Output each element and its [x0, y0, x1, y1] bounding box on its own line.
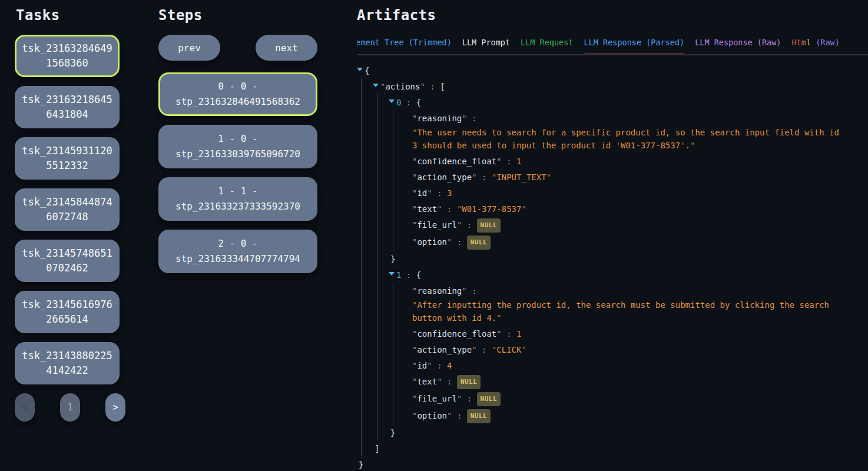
- pagination-prev-button[interactable]: <: [15, 393, 35, 422]
- json-line: }: [390, 251, 868, 267]
- json-line: "option" : NULL: [412, 234, 868, 251]
- tasks-list: tsk_231632846491568360tsk_23163218645643…: [15, 35, 125, 384]
- json-line: "reasoning" :: [412, 283, 868, 298]
- pagination-page-button[interactable]: 1: [60, 393, 80, 422]
- task-button[interactable]: tsk_231632846491568360: [15, 35, 120, 77]
- null-badge: NULL: [467, 236, 491, 250]
- tab-llm-response-raw[interactable]: LLM Response (Raw): [695, 38, 781, 54]
- json-line: 0 : {: [396, 94, 868, 110]
- artifact-tabs: Element Tree (Trimmed)LLM PromptLLM Requ…: [357, 38, 868, 55]
- pagination-next-button[interactable]: >: [105, 393, 125, 422]
- json-line: "option" : NULL: [412, 407, 868, 424]
- prev-step-button[interactable]: prev: [158, 35, 220, 61]
- json-string-value: "After inputting the product id, the sea…: [412, 297, 843, 326]
- tab-html-raw[interactable]: Html (Raw): [792, 38, 840, 54]
- json-node: 1 : {"reasoning" : "After inputting the …: [396, 267, 868, 440]
- collapse-arrow-icon[interactable]: [389, 99, 395, 103]
- tasks-panel: Tasks tsk_231632846491568360tsk_23163218…: [15, 0, 125, 422]
- json-line: "id" : 4: [412, 357, 868, 373]
- json-line: "text" : "W01-377-8537": [412, 201, 868, 217]
- null-badge: NULL: [467, 409, 491, 423]
- artifacts-title: Artifacts: [357, 7, 868, 24]
- task-button[interactable]: tsk_231438802254142422: [15, 342, 120, 384]
- json-tree-viewer: {"actions" : [0 : {"reasoning" : "The us…: [357, 62, 868, 471]
- json-line: "action_type" : "CLICK": [412, 341, 868, 357]
- json-line: "text" : NULL: [412, 373, 868, 390]
- json-children: "actions" : [0 : {"reasoning" : "The use…: [361, 78, 868, 456]
- task-button[interactable]: tsk_231456169762665614: [15, 291, 120, 333]
- null-badge: NULL: [477, 218, 501, 233]
- json-line: 1 : {: [396, 267, 868, 283]
- tab-element-tree-trimmed[interactable]: Element Tree (Trimmed): [357, 38, 452, 54]
- json-line: "file_url" : NULL: [412, 390, 868, 407]
- steps-list: 0 - 0 - stp_2316328464915683621 - 0 - st…: [158, 72, 317, 273]
- json-line: "file_url" : NULL: [412, 217, 868, 234]
- tab-llm-request[interactable]: LLM Request: [521, 38, 573, 54]
- tab-llm-response-parsed[interactable]: LLM Response (Parsed): [584, 38, 685, 54]
- json-line: "confidence_float" : 1: [412, 326, 868, 341]
- task-button[interactable]: tsk_231458448746072748: [15, 188, 120, 231]
- json-line: "confidence_float" : 1: [412, 153, 868, 169]
- tab-llm-prompt[interactable]: LLM Prompt: [462, 38, 510, 54]
- steps-panel: Steps prev next 0 - 0 - stp_231632846491…: [158, 0, 317, 282]
- json-line: }: [359, 456, 868, 471]
- null-badge: NULL: [477, 392, 501, 406]
- tasks-pagination: < 1 >: [15, 393, 125, 422]
- null-badge: NULL: [457, 375, 481, 389]
- collapse-arrow-icon[interactable]: [373, 84, 379, 87]
- json-line: "reasoning" :: [412, 110, 868, 126]
- task-button[interactable]: tsk_231457486510702462: [15, 240, 120, 282]
- step-button[interactable]: 1 - 1 - stp_231633237333592370: [158, 177, 317, 221]
- step-button[interactable]: 0 - 0 - stp_231632846491568362: [158, 72, 317, 116]
- json-node: "actions" : [0 : {"reasoning" : "The use…: [380, 78, 868, 456]
- tasks-title: Tasks: [16, 7, 125, 24]
- task-button[interactable]: tsk_231632186456431804: [15, 86, 120, 128]
- json-line: }: [390, 424, 868, 440]
- steps-nav: prev next: [158, 35, 317, 61]
- json-line: "actions" : [: [380, 78, 868, 94]
- json-line: "id" : 3: [412, 185, 868, 201]
- json-children: 0 : {"reasoning" : "The user needs to se…: [377, 94, 868, 440]
- json-children: "reasoning" : "After inputting the produ…: [393, 283, 868, 424]
- collapse-arrow-icon[interactable]: [389, 272, 395, 276]
- app-root: Tasks tsk_231632846491568360tsk_23163218…: [0, 0, 868, 471]
- json-node: {"actions" : [0 : {"reasoning" : "The us…: [365, 62, 868, 471]
- json-line: {: [365, 62, 868, 78]
- task-button[interactable]: tsk_231459311205512332: [15, 137, 120, 180]
- step-button[interactable]: 2 - 0 - stp_231633344707774794: [158, 230, 317, 273]
- json-line: ]: [375, 440, 868, 456]
- artifacts-panel: Artifacts Element Tree (Trimmed)LLM Prom…: [357, 0, 868, 471]
- json-line: "action_type" : "INPUT_TEXT": [412, 169, 868, 185]
- steps-title: Steps: [158, 7, 317, 24]
- step-button[interactable]: 1 - 0 - stp_231633039765096720: [158, 125, 317, 168]
- json-node: 0 : {"reasoning" : "The user needs to se…: [396, 94, 868, 267]
- next-step-button[interactable]: next: [256, 35, 317, 61]
- json-string-value: "The user needs to search for a specific…: [412, 124, 843, 153]
- collapse-arrow-icon[interactable]: [357, 68, 363, 71]
- json-children: "reasoning" : "The user needs to search …: [393, 110, 868, 251]
